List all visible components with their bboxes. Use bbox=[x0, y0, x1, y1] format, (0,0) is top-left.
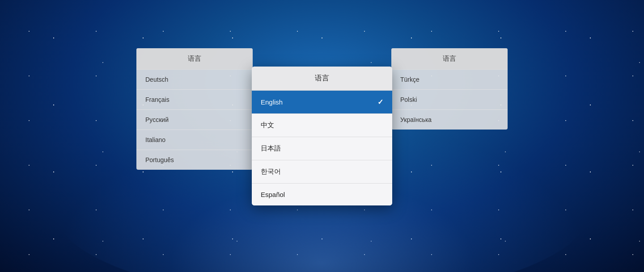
list-item[interactable]: Polski bbox=[391, 90, 508, 110]
language-label: English bbox=[261, 98, 283, 106]
left-panel: 语言 Deutsch Français Русский Italiano Por… bbox=[136, 48, 253, 170]
dropdown-header: 语言 bbox=[252, 67, 392, 91]
list-item[interactable]: Русский bbox=[136, 110, 253, 130]
right-panel-header: 语言 bbox=[391, 48, 508, 70]
right-panel: 语言 Türkçe Polski Українська bbox=[391, 48, 508, 130]
selected-checkmark: ✓ bbox=[377, 98, 383, 106]
list-item[interactable]: Français bbox=[136, 90, 253, 110]
scene: 语言 Deutsch Français Русский Italiano Por… bbox=[0, 0, 644, 272]
language-option-english[interactable]: English ✓ bbox=[252, 91, 392, 114]
language-label: 中文 bbox=[261, 121, 274, 130]
language-option-chinese[interactable]: 中文 bbox=[252, 114, 392, 137]
language-dropdown: 语言 English ✓ 中文 日本語 한국어 Español bbox=[252, 67, 392, 205]
language-option-japanese[interactable]: 日本語 bbox=[252, 137, 392, 160]
list-item[interactable]: Deutsch bbox=[136, 70, 253, 90]
left-panel-header: 语言 bbox=[136, 48, 253, 70]
list-item[interactable]: Português bbox=[136, 150, 253, 170]
language-option-spanish[interactable]: Español bbox=[252, 184, 392, 205]
language-label: 日本語 bbox=[261, 144, 281, 153]
language-label: 한국어 bbox=[261, 167, 281, 176]
list-item[interactable]: Türkçe bbox=[391, 70, 508, 90]
language-label: Español bbox=[261, 191, 285, 198]
language-option-korean[interactable]: 한국어 bbox=[252, 160, 392, 184]
list-item[interactable]: Italiano bbox=[136, 130, 253, 150]
list-item[interactable]: Українська bbox=[391, 110, 508, 130]
